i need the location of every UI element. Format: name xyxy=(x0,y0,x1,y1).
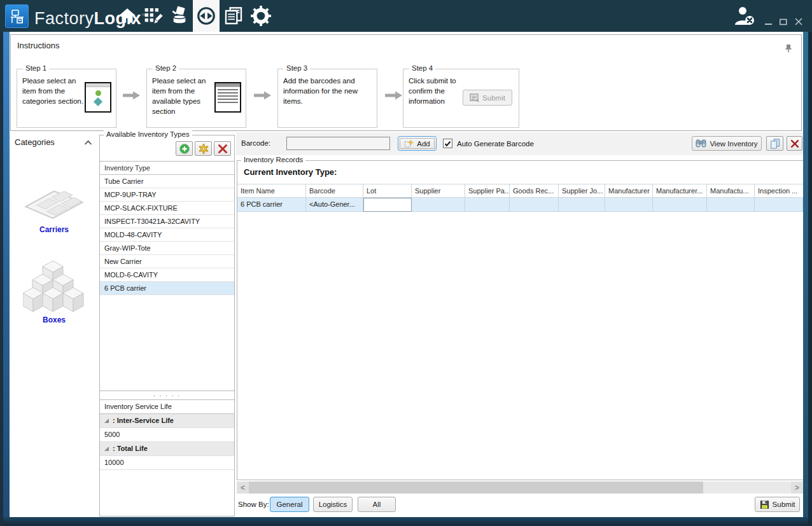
scrollbar-thumb[interactable] xyxy=(249,481,703,494)
step4-submit-button[interactable]: Submit xyxy=(463,90,512,106)
window-frame xyxy=(803,32,808,517)
app-logo xyxy=(5,4,29,28)
type-row[interactable]: New Carrier xyxy=(100,255,234,268)
step1-thumbnail xyxy=(85,82,111,113)
current-inventory-type-heading: Current Inventory Type: xyxy=(244,167,337,177)
home-icon xyxy=(118,6,137,25)
show-by-all-button[interactable]: All xyxy=(358,497,396,512)
show-by-logistics-button[interactable]: Logistics xyxy=(313,497,353,512)
minimize-button[interactable] xyxy=(762,17,774,27)
add-record-button[interactable]: Add xyxy=(398,136,437,151)
records-table: Item Name Barcode Lot Supplier Supplier … xyxy=(237,184,803,212)
step1-label: Step 1 xyxy=(23,64,49,72)
pin-button[interactable] xyxy=(785,44,792,54)
available-types-panel: Available Inventory Types xyxy=(99,135,235,516)
category-item-boxes[interactable]: Boxes xyxy=(10,260,99,324)
service-life-group-total[interactable]: : Total Life xyxy=(100,442,234,456)
column-header[interactable]: Inspection ... xyxy=(755,184,803,198)
add-button-label: Add xyxy=(417,140,430,148)
view-inventory-button[interactable]: View Inventory xyxy=(692,136,762,151)
add-plus-icon xyxy=(179,143,190,155)
collapse-chevron-icon[interactable] xyxy=(84,139,92,147)
view-inventory-label: View Inventory xyxy=(710,140,757,148)
column-header[interactable]: Supplier Jo... xyxy=(559,184,605,198)
nav-materials[interactable] xyxy=(167,0,192,32)
record-cell-lot-editor[interactable] xyxy=(363,198,412,212)
scroll-left-button[interactable]: < xyxy=(237,481,249,494)
column-header[interactable]: Manufacturer xyxy=(605,184,653,198)
column-header[interactable]: Manufacturer... xyxy=(653,184,707,198)
auto-generate-label[interactable]: Auto Generate Barcode xyxy=(457,140,534,148)
close-button[interactable] xyxy=(793,17,804,27)
column-header[interactable]: Goods Rec... xyxy=(510,184,559,198)
column-header[interactable]: Supplier xyxy=(412,184,465,198)
step3-text: Add the barcodes and information for the… xyxy=(283,76,372,106)
copy-button[interactable] xyxy=(766,136,783,151)
types-list: Inventory Type Tube Carrier MCP-9UP-TRAY… xyxy=(100,161,234,391)
record-cell[interactable] xyxy=(412,198,465,212)
record-cell[interactable] xyxy=(559,198,605,212)
barcode-input[interactable] xyxy=(286,137,390,150)
column-header[interactable]: Manufactu... xyxy=(707,184,755,198)
type-row[interactable]: MCP-SLACK-FIXTURE xyxy=(100,202,234,215)
window-frame xyxy=(3,32,10,517)
column-header[interactable]: Supplier Pa... xyxy=(465,184,510,198)
panel-splitter[interactable]: . . . . . xyxy=(100,391,234,399)
step4-box: Step 4 Click submit to confirm the infor… xyxy=(403,69,519,128)
submit-button[interactable]: Submit xyxy=(755,497,800,512)
type-row[interactable]: Tube Carrier xyxy=(100,175,234,188)
record-cell-item-name[interactable]: 6 PCB carrier xyxy=(237,198,306,212)
record-cell[interactable] xyxy=(707,198,755,212)
record-cell-barcode[interactable]: <Auto-Gener... xyxy=(306,198,363,212)
record-cell[interactable] xyxy=(653,198,707,212)
record-cell[interactable] xyxy=(510,198,559,212)
record-cell[interactable] xyxy=(605,198,653,212)
type-row[interactable]: Gray-WIP-Tote xyxy=(100,242,234,255)
auto-generate-checkbox[interactable] xyxy=(443,139,452,148)
instructions-title: Instructions xyxy=(17,41,59,50)
nav-settings[interactable] xyxy=(248,0,274,32)
type-row[interactable]: MCP-9UP-TRAY xyxy=(100,188,234,202)
record-row: 6 PCB carrier <Auto-Gener... xyxy=(237,198,803,212)
step3-box: Step 3 Add the barcodes and information … xyxy=(277,69,377,128)
service-life-group-label: : Total Life xyxy=(113,442,148,455)
clear-button[interactable] xyxy=(787,136,802,151)
scroll-right-button[interactable]: > xyxy=(791,481,803,494)
service-life-group-inter[interactable]: : Inter-Service Life xyxy=(100,414,234,428)
instructions-panel: Instructions Step 1 Please select an ite… xyxy=(10,34,802,131)
type-row-selected[interactable]: 6 PCB carrier xyxy=(100,282,234,295)
nav-documents[interactable] xyxy=(221,0,246,32)
horizontal-scrollbar[interactable]: < > xyxy=(237,481,803,494)
column-header[interactable]: Barcode xyxy=(306,184,363,198)
main-content: Instructions Step 1 Please select an ite… xyxy=(10,32,803,517)
types-column-header[interactable]: Inventory Type xyxy=(100,162,234,175)
edit-type-button[interactable] xyxy=(195,141,212,156)
checkmark-icon xyxy=(444,141,451,147)
close-icon xyxy=(795,18,802,25)
record-cell[interactable] xyxy=(755,198,803,212)
column-header[interactable]: Lot xyxy=(363,184,412,198)
service-life-value[interactable]: 5000 xyxy=(100,428,234,442)
add-type-button[interactable] xyxy=(176,141,193,156)
stacked-boxes-icon xyxy=(23,260,85,313)
record-cell[interactable] xyxy=(465,198,510,212)
nav-transfer-active[interactable] xyxy=(193,0,220,32)
nav-planner[interactable] xyxy=(141,0,165,32)
column-header[interactable]: Item Name xyxy=(237,184,306,198)
window-frame xyxy=(808,32,812,526)
user-logout-button[interactable] xyxy=(733,5,756,28)
type-row[interactable]: MOLD-48-CAVITY xyxy=(100,228,234,242)
edit-gear-icon xyxy=(198,143,209,155)
clear-red-x-icon xyxy=(790,139,800,149)
nav-home[interactable] xyxy=(116,0,139,32)
type-row[interactable]: INSPECT-T30421A-32CAVITY xyxy=(100,215,234,228)
category-label-boxes: Boxes xyxy=(10,315,99,324)
maximize-button[interactable] xyxy=(778,17,789,27)
category-item-carriers[interactable]: Carriers xyxy=(10,183,99,234)
barcode-toolbar: Barcode: Add Auto Generate Barcode xyxy=(236,132,803,155)
service-life-value[interactable]: 10000 xyxy=(100,456,234,470)
type-row[interactable]: MOLD-6-CAVITY xyxy=(100,268,234,282)
delete-type-button[interactable] xyxy=(214,141,231,156)
show-by-general-button[interactable]: General xyxy=(270,497,309,512)
types-toolbar xyxy=(176,141,231,156)
